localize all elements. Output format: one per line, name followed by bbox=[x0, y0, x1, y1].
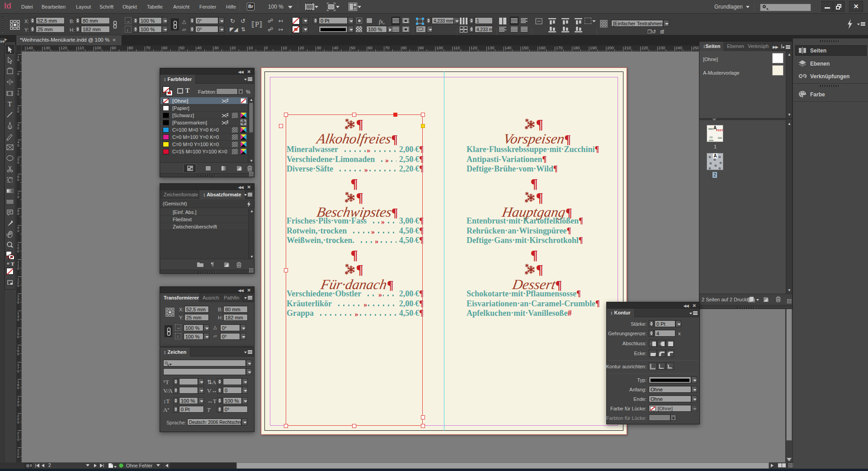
svg-text:80: 80 bbox=[402, 46, 406, 50]
svg-text:20: 20 bbox=[17, 106, 19, 114]
svg-text:250: 250 bbox=[693, 46, 699, 50]
svg-text:230: 230 bbox=[658, 46, 665, 50]
svg-text:60: 60 bbox=[368, 46, 373, 50]
svg-text:200: 200 bbox=[17, 414, 19, 424]
svg-text:210: 210 bbox=[17, 431, 19, 442]
svg-text:90: 90 bbox=[112, 46, 116, 50]
svg-text:190: 190 bbox=[590, 46, 597, 50]
svg-text:120: 120 bbox=[61, 46, 67, 50]
svg-text:100: 100 bbox=[94, 46, 101, 50]
svg-text:170: 170 bbox=[556, 46, 563, 50]
svg-text:220: 220 bbox=[17, 448, 19, 459]
svg-text:140: 140 bbox=[505, 46, 511, 50]
svg-text:170: 170 bbox=[17, 363, 19, 373]
svg-text:180: 180 bbox=[17, 380, 19, 390]
svg-text:50: 50 bbox=[351, 46, 355, 50]
svg-text:120: 120 bbox=[17, 277, 19, 288]
svg-text:20: 20 bbox=[231, 46, 236, 50]
svg-text:10: 10 bbox=[17, 89, 19, 96]
svg-text:50: 50 bbox=[180, 46, 184, 50]
svg-text:40: 40 bbox=[334, 46, 338, 50]
svg-text:90: 90 bbox=[419, 46, 424, 50]
svg-text:140: 140 bbox=[26, 46, 33, 50]
svg-text:80: 80 bbox=[129, 46, 133, 50]
svg-text:110: 110 bbox=[453, 46, 460, 50]
svg-text:60: 60 bbox=[17, 175, 19, 182]
svg-text:110: 110 bbox=[17, 260, 19, 271]
svg-text:70: 70 bbox=[385, 46, 390, 50]
svg-text:30: 30 bbox=[316, 46, 321, 50]
svg-text:100: 100 bbox=[436, 46, 443, 50]
svg-text:110: 110 bbox=[77, 46, 84, 50]
svg-text:130: 130 bbox=[43, 46, 50, 50]
svg-text:160: 160 bbox=[17, 346, 19, 356]
svg-text:70: 70 bbox=[146, 46, 150, 50]
svg-text:200: 200 bbox=[607, 46, 614, 50]
svg-text:190: 190 bbox=[17, 397, 19, 407]
svg-text:T: T bbox=[8, 100, 12, 108]
svg-text:180: 180 bbox=[573, 46, 580, 50]
svg-text:70: 70 bbox=[17, 192, 19, 199]
svg-text:60: 60 bbox=[163, 46, 167, 50]
svg-text:100: 100 bbox=[17, 243, 19, 253]
svg-text:220: 220 bbox=[642, 46, 648, 50]
svg-text:150: 150 bbox=[522, 46, 528, 50]
svg-text:50: 50 bbox=[17, 157, 19, 165]
svg-text:240: 240 bbox=[675, 46, 682, 50]
svg-text:20: 20 bbox=[300, 46, 304, 50]
svg-text:130: 130 bbox=[17, 294, 19, 304]
svg-text:10: 10 bbox=[17, 55, 19, 62]
svg-text:150: 150 bbox=[17, 328, 19, 339]
svg-text:210: 210 bbox=[624, 46, 631, 50]
svg-text:0: 0 bbox=[265, 46, 268, 50]
svg-text:0: 0 bbox=[17, 72, 19, 76]
svg-text:10: 10 bbox=[283, 46, 287, 50]
svg-text:10: 10 bbox=[248, 46, 253, 50]
svg-text:40: 40 bbox=[197, 46, 202, 50]
svg-text:80: 80 bbox=[17, 209, 19, 216]
svg-text:130: 130 bbox=[487, 46, 494, 50]
svg-text:160: 160 bbox=[539, 46, 546, 50]
svg-text:120: 120 bbox=[471, 46, 477, 50]
svg-text:30: 30 bbox=[214, 46, 219, 50]
svg-text:30: 30 bbox=[17, 123, 19, 130]
svg-text:40: 40 bbox=[17, 140, 19, 147]
svg-text:90: 90 bbox=[17, 226, 19, 233]
svg-text:140: 140 bbox=[17, 311, 19, 322]
